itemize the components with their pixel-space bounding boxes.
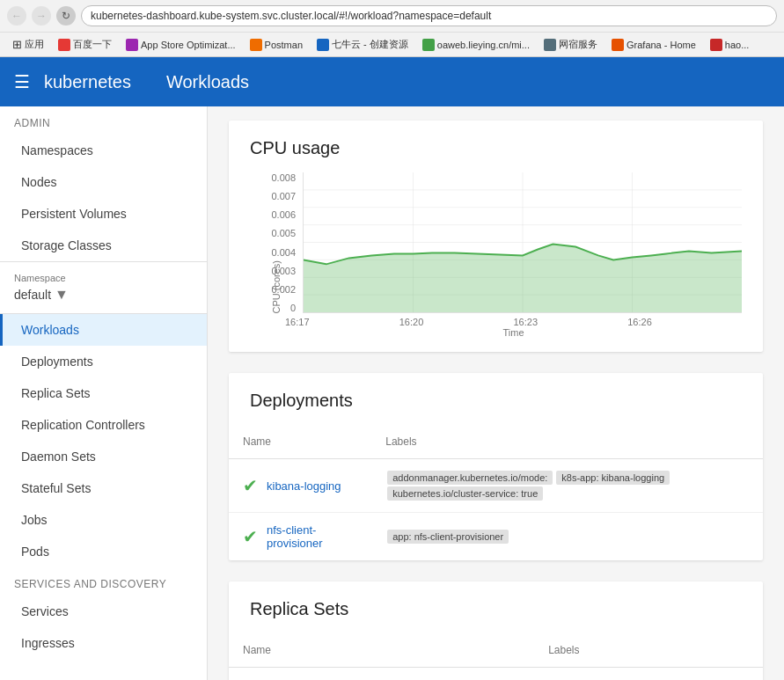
- x-tick-1626: 16:26: [627, 317, 652, 327]
- replica-sets-thead: Name Labels: [229, 633, 763, 668]
- chart-container: CPU (cores) 0.008 0.007 0.006 0.005 0.00…: [229, 172, 763, 352]
- content-area: CPU usage CPU (cores) 0.008 0.007 0.006 …: [208, 106, 784, 680]
- replica-set-labels-cell: k8s-app: kibana-logging: [534, 668, 763, 681]
- sidebar-item-persistent-volumes[interactable]: Persistent Volumes: [0, 198, 207, 230]
- namespace-section: Namespace default ▼: [0, 261, 207, 314]
- deployment-link-nfs[interactable]: nfs-client-provisioner: [267, 523, 357, 550]
- deployment-labels-cell-kibana: addonmanager.kubernetes.io/mode: k8s-app…: [371, 459, 763, 513]
- bookmarks-bar: ⊞ 应用 百度一下 App Store Optimizat... Postman…: [0, 33, 784, 56]
- namespace-select[interactable]: default ▼: [14, 287, 193, 303]
- y-tick-6: 0.006: [271, 209, 296, 220]
- x-axis: 16:17 16:20 16:23 16:26: [250, 313, 742, 327]
- deployments-col-labels: Labels: [371, 425, 763, 459]
- page-title: Workloads: [166, 72, 249, 92]
- url-bar[interactable]: [81, 5, 777, 26]
- label-tag: app: nfs-client-provisioner: [387, 530, 509, 544]
- sidebar-item-stateful-sets[interactable]: Stateful Sets: [0, 472, 207, 504]
- deployment-status-name-cell: ✔ kibana-logging: [229, 459, 371, 513]
- services-section-title: Services and discovery: [0, 567, 207, 596]
- deployments-tbody: ✔ kibana-logging addonmanager.kubernetes…: [229, 459, 763, 561]
- y-tick-4: 0.004: [271, 247, 296, 258]
- chart-svg-area: [303, 172, 742, 313]
- bookmark-hao[interactable]: hao...: [705, 37, 755, 53]
- top-nav: ☰ kubernetes Workloads: [0, 57, 784, 106]
- status-ok-icon: ✔: [243, 475, 258, 496]
- browser-chrome: ← → ↻ ⊞ 应用 百度一下 App Store Optimizat... P…: [0, 0, 784, 57]
- deployments-card: Deployments Name Labels: [229, 373, 763, 560]
- sidebar-item-replication-controllers[interactable]: Replication Controllers: [0, 409, 207, 441]
- replica-sets-card: Replica Sets Name Labels: [229, 581, 763, 680]
- label-tag: kubernetes.io/cluster-service: true: [387, 486, 543, 501]
- chevron-down-icon: ▼: [55, 287, 69, 303]
- bookmark-qiniu[interactable]: 七牛云 - 创建资源: [311, 36, 414, 53]
- labels-container: app: nfs-client-provisioner: [385, 529, 749, 545]
- x-axis-label: Time: [285, 327, 742, 338]
- deployments-thead: Name Labels: [229, 425, 763, 459]
- bookmark-appstore[interactable]: App Store Optimizat...: [121, 37, 241, 53]
- x-tick-1620: 16:20: [399, 317, 424, 327]
- replica-sets-col-labels: Labels: [534, 633, 763, 668]
- replica-sets-table-container: Name Labels ✔ kibana-logging-3543001115: [229, 633, 763, 680]
- bookmark-baidu[interactable]: 百度一下: [53, 36, 117, 53]
- deployments-table: Name Labels ✔ kibana-logging: [229, 425, 763, 560]
- bookmark-oaweb[interactable]: oaweb.lieying.cn/mi...: [417, 37, 535, 53]
- sidebar-item-namespaces[interactable]: Namespaces: [0, 135, 207, 166]
- bookmark-wangsu[interactable]: 网宿服务: [539, 36, 603, 53]
- replica-sets-table: Name Labels ✔ kibana-logging-3543001115: [229, 633, 763, 680]
- forward-button[interactable]: →: [32, 6, 51, 26]
- main-area: Admin Namespaces Nodes Persistent Volume…: [0, 106, 784, 680]
- bookmark-postman[interactable]: Postman: [245, 37, 308, 53]
- y-tick-8: 0.008: [271, 172, 296, 183]
- deployments-table-container: Name Labels ✔ kibana-logging: [229, 425, 763, 560]
- deployment-link-kibana[interactable]: kibana-logging: [267, 479, 341, 493]
- replica-sets-header-row: Name Labels: [229, 633, 763, 668]
- status-ok-icon: ✔: [243, 526, 258, 547]
- app: ☰ kubernetes Workloads Admin Namespaces …: [0, 57, 784, 680]
- sidebar-item-pods[interactable]: Pods: [0, 536, 207, 567]
- sidebar-item-daemon-sets[interactable]: Daemon Sets: [0, 441, 207, 472]
- x-tick-1623: 16:23: [514, 317, 539, 327]
- deployments-header-row: Name Labels: [229, 425, 763, 459]
- deployment-labels-cell-nfs: app: nfs-client-provisioner: [371, 513, 763, 561]
- sidebar-item-replica-sets[interactable]: Replica Sets: [0, 377, 207, 409]
- bookmark-grafana[interactable]: Grafana - Home: [606, 37, 701, 53]
- namespace-value: default: [14, 288, 51, 302]
- browser-toolbar: ← → ↻: [0, 0, 784, 33]
- x-tick-1617: 16:17: [285, 317, 310, 327]
- y-axis-label: CPU (cores): [271, 260, 282, 314]
- sidebar: Admin Namespaces Nodes Persistent Volume…: [0, 106, 208, 680]
- reload-button[interactable]: ↻: [56, 6, 76, 26]
- app-logo: kubernetes: [44, 72, 131, 92]
- labels-container: addonmanager.kubernetes.io/mode: k8s-app…: [385, 470, 749, 501]
- sidebar-item-nodes[interactable]: Nodes: [0, 166, 207, 198]
- deployments-col-name: Name: [229, 425, 371, 459]
- replica-sets-tbody: ✔ kibana-logging-3543001115 k8s-app: kib…: [229, 668, 763, 681]
- sidebar-item-workloads[interactable]: Workloads: [0, 314, 207, 346]
- replica-sets-col-name: Name: [229, 633, 534, 668]
- deployments-title: Deployments: [229, 373, 763, 425]
- table-row: ✔ nfs-client-provisioner app: nfs-client…: [229, 513, 763, 561]
- cpu-chart-title: CPU usage: [229, 121, 763, 172]
- bookmark-apps[interactable]: ⊞ 应用: [7, 36, 49, 53]
- back-button[interactable]: ←: [7, 6, 26, 26]
- y-tick-7: 0.007: [271, 191, 296, 201]
- sidebar-item-jobs[interactable]: Jobs: [0, 504, 207, 536]
- sidebar-item-ingresses[interactable]: Ingresses: [0, 627, 207, 659]
- deployment-status-name-cell: ✔ nfs-client-provisioner: [229, 513, 371, 561]
- namespace-label: Namespace: [14, 273, 193, 283]
- replica-sets-title: Replica Sets: [229, 581, 763, 633]
- y-tick-0: 0: [290, 303, 296, 313]
- table-row: ✔ kibana-logging-3543001115 k8s-app: kib…: [229, 668, 763, 681]
- sidebar-item-deployments[interactable]: Deployments: [0, 346, 207, 377]
- hamburger-icon[interactable]: ☰: [14, 71, 30, 92]
- label-tag: addonmanager.kubernetes.io/mode:: [387, 471, 553, 485]
- table-row: ✔ kibana-logging addonmanager.kubernetes…: [229, 459, 763, 513]
- replica-set-status-name-cell: ✔ kibana-logging-3543001115: [229, 668, 534, 681]
- sidebar-item-storage-classes[interactable]: Storage Classes: [0, 230, 207, 261]
- label-tag: k8s-app: kibana-logging: [556, 471, 670, 485]
- admin-section-title: Admin: [0, 106, 207, 135]
- y-tick-5: 0.005: [271, 228, 296, 238]
- sidebar-item-services[interactable]: Services: [0, 596, 207, 627]
- cpu-chart-card: CPU usage CPU (cores) 0.008 0.007 0.006 …: [229, 121, 763, 352]
